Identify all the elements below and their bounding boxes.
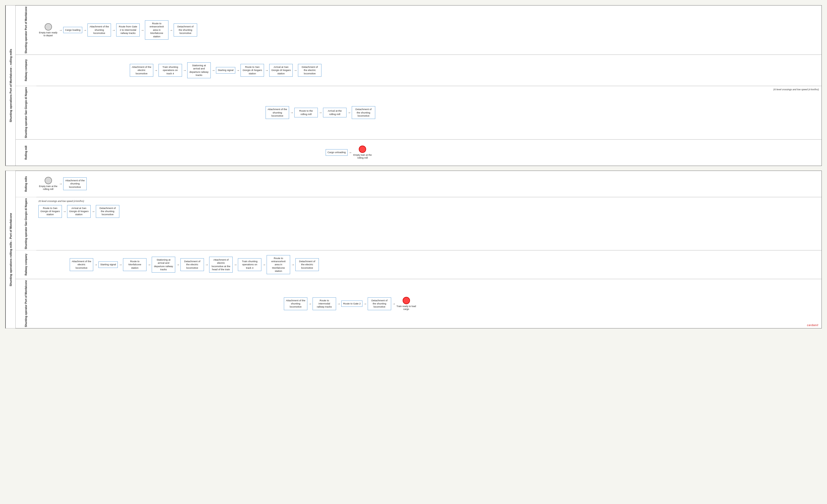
note-level-crossings-1: 20 level crossings and low speed (4 km/h… xyxy=(773,88,819,91)
flow-group-1-3: Attachment of the shunting locomotive → … xyxy=(265,106,375,119)
box-route-intermodal-2: Route to intermodal railway tracks xyxy=(312,297,336,310)
box-route-entrance: Route to entrance/exit area in Monfalcon… xyxy=(145,20,168,40)
box-detach-electric-loco-1: Detachment of the electric locomotive xyxy=(298,64,322,77)
arrow-14: → xyxy=(346,111,352,115)
box-train-shunting-track4-2: Train shunting operations on track 4 xyxy=(238,258,261,271)
arrow-6: → xyxy=(153,68,158,72)
lane-railway-company-2: Railway company Attachment of the electr… xyxy=(15,250,822,279)
lane-rolling-mills-2: Rolling mills Empty train at the rolling… xyxy=(15,171,822,197)
lane-content-1-1: Empty train ready to depart → Cargo load… xyxy=(36,5,822,55)
lane-shunting-operator-san-giorgio-1: Shunting operator San Giorgio di Nogaro … xyxy=(15,86,822,139)
arrow-b5: → xyxy=(118,263,123,267)
box-route-monfalcone-2: Route to Monfalcone station xyxy=(123,258,146,271)
lane-shunting-operator-san-giorgio-2: Shunting operator San Giorgio di Nogaro … xyxy=(15,197,822,251)
lane-shunting-operator-monfalcone-1: Shunting operator Port of Monfalcone Emp… xyxy=(15,5,822,55)
arrow-b11: → xyxy=(290,263,295,267)
lane-railway-company-1: Railway company Attachment of the electr… xyxy=(15,55,822,86)
end-label-1: Empty train at the rolling mill xyxy=(353,154,372,159)
start-label-1: Empty train ready to depart xyxy=(38,31,58,37)
box-train-shunting-track4-1: Train shunting operations on track 4 xyxy=(158,64,182,77)
box-attach-shunting-loco-port-2: Attachment of the shunting locomotive xyxy=(284,297,307,310)
box-attach-shunting-loco-1: Attachment of the shunting locomotive xyxy=(88,23,111,36)
flow-group-1-4: Cargo unloading → Empty train at the rol… xyxy=(326,146,372,159)
start-circle-1 xyxy=(45,23,52,31)
start-circle-2 xyxy=(45,177,52,184)
end-circle-1 xyxy=(359,146,366,153)
arrow-7: → xyxy=(182,68,187,72)
box-arrival-rolling-mill-1: Arrival at the rolling mill xyxy=(323,108,346,117)
box-attach-shunting-loco-2: Attachment of the shunting locomotive xyxy=(63,177,87,190)
lane-label-2-2: Shunting operator San Giorgio di Nogaro xyxy=(15,197,36,250)
lane-content-2-3: Attachment of the electric locomotive → … xyxy=(36,250,822,279)
arrow-b8: → xyxy=(204,263,209,267)
lane-content-1-2: Attachment of the electric locomotive → … xyxy=(36,55,822,86)
box-starting-signal-1: Starting signal xyxy=(216,67,235,73)
lane-label-1-3: Shunting operator San Giorgio di Nogaro xyxy=(15,86,36,139)
arrow-b12: → xyxy=(307,302,312,306)
box-detach-shunting-loco-1: Detachment of the shunting locomotive xyxy=(174,23,197,36)
box-attach-electric-head-2: Attachment of electric locomotive at the… xyxy=(209,257,233,273)
box-detach-electric-loco-2: Detachment of the electric locomotive xyxy=(181,258,204,271)
lane-label-1-2: Railway company xyxy=(15,55,36,86)
lane-label-2-4: Shunting operator Port of Monfalcone xyxy=(15,279,36,328)
arrow-2: → xyxy=(82,28,88,32)
box-route-san-giorgio-2: Route to San Giorgio di Nogaro station xyxy=(38,205,62,218)
box-detach-electric-loco-3: Detachment of the electric locomotive xyxy=(295,258,319,271)
box-attach-shunting-loco-nogaro-1: Attachment of the shunting locomotive xyxy=(265,106,289,119)
diagram-2-title: Shunting operations rolling mills - Port… xyxy=(5,171,15,328)
lane-content-2-2: 20 level crossings and low speed (4 km/h… xyxy=(36,197,822,250)
arrow-b3: → xyxy=(91,210,96,213)
note-level-crossings-2: 20 level crossings and low speed (4 km/h… xyxy=(38,200,84,203)
box-arrival-san-giorgio-2: Arrival at San Giorgio di Nogaro station xyxy=(67,205,91,218)
arrow-b1: → xyxy=(58,182,63,186)
end-node-2: Train ready to load cargo xyxy=(396,297,416,311)
box-cargo-loading: Cargo loading xyxy=(63,27,82,33)
diagram-1: Shunting operations Port of Monfalcone -… xyxy=(5,5,822,166)
arrow-15: → xyxy=(348,151,353,155)
arrow-b15: → xyxy=(391,302,396,306)
box-attach-electric-loco-1: Attachment of the electric locomotive xyxy=(130,64,153,77)
lane-label-1-4: Rolling mill xyxy=(15,139,36,166)
end-node-1: Empty train at the rolling mill xyxy=(353,146,372,159)
arrow-b2: → xyxy=(62,210,67,213)
arrow-9: → xyxy=(235,68,241,72)
arrow-10: → xyxy=(264,68,269,72)
box-stationing-2: Stationing at arrival and departure rail… xyxy=(152,257,175,273)
flow-group-2-3: Attachment of the electric locomotive → … xyxy=(70,255,319,274)
lane-rolling-mill-1: Rolling mill Cargo unloading → Empty tra… xyxy=(15,139,822,166)
box-detach-shunting-loco-port-2: Detachment of the shunting locomotive xyxy=(368,297,391,310)
arrow-b6: → xyxy=(146,263,152,267)
arrow-3: → xyxy=(111,28,116,32)
lane-content-2-4: Attachment of the shunting locomotive → … xyxy=(36,279,822,328)
arrow-b13: → xyxy=(336,302,341,306)
flow-group-1-1: Empty train ready to depart → Cargo load… xyxy=(38,20,197,40)
start-node-1: Empty train ready to depart xyxy=(38,23,58,37)
flow-group-2-1: Empty train at the rolling mill → Attach… xyxy=(38,177,87,191)
box-attach-electric-loco-2: Attachment of the electric locomotive xyxy=(70,258,93,271)
arrow-b4: → xyxy=(93,263,98,267)
arrow-b9: → xyxy=(233,263,238,267)
lane-label-2-3: Railway company xyxy=(15,250,36,279)
arrow-11: → xyxy=(293,68,298,72)
arrow-13: → xyxy=(318,111,323,115)
start-label-2: Empty train at the rolling mill xyxy=(38,185,58,191)
box-route-rolling-mill-1: Route to the rolling mill xyxy=(294,108,318,117)
diagram-2: Shunting operations rolling mills - Port… xyxy=(5,171,822,329)
arrow-8: → xyxy=(211,68,216,72)
lane-content-1-3: 20 level crossings and low speed (4 km/h… xyxy=(36,86,822,139)
box-detach-shunting-loco-nogaro-1: Detachment of the shunting locomotive xyxy=(352,106,375,119)
lane-label-1-1: Shunting operator Port of Monfalcone xyxy=(15,5,36,55)
diagram-1-title: Shunting operations Port of Monfalcone -… xyxy=(5,5,15,166)
box-arrival-san-giorgio-1: Arrival at San Giorgio di Nogaro station xyxy=(269,64,293,77)
arrow-12: → xyxy=(289,111,294,115)
box-route-san-giorgio-1: Route to San Giorgio di Nogaro station xyxy=(241,64,264,77)
box-stationing-1: Stationing at arrival and departure rail… xyxy=(187,62,211,78)
start-node-2: Empty train at the rolling mill xyxy=(38,177,58,191)
box-starting-signal-2: Starting signal xyxy=(98,262,118,268)
flow-group-2-2: Route to San Giorgio di Nogaro station →… xyxy=(38,205,119,218)
arrow-b10: → xyxy=(261,263,266,267)
flow-group-1-2: Attachment of the electric locomotive → … xyxy=(130,62,322,78)
lane-content-1-4: Cargo unloading → Empty train at the rol… xyxy=(36,139,822,166)
lane-shunting-operator-monfalcone-2: Shunting operator Port of Monfalcone Att… xyxy=(15,279,822,328)
arrow-b14: → xyxy=(362,302,368,306)
